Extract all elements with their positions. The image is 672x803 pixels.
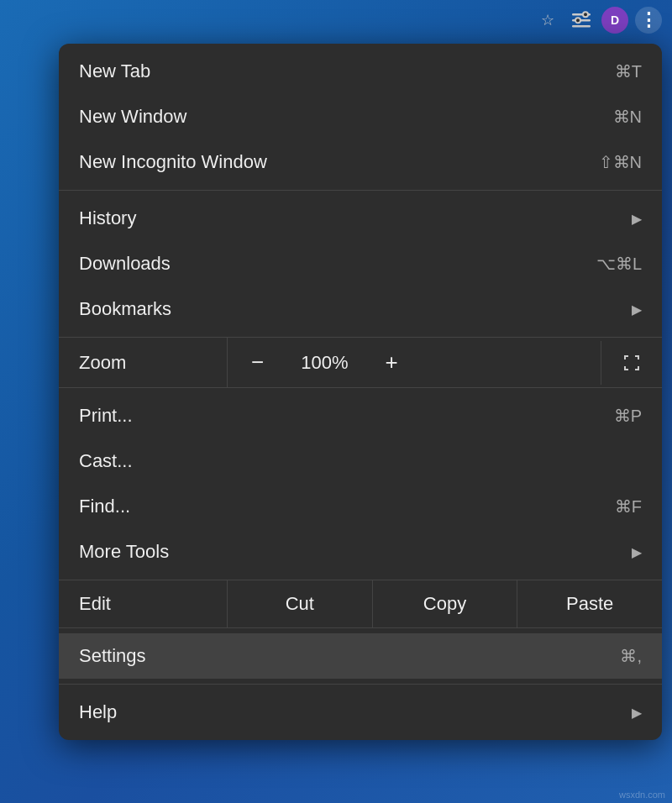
svg-point-4 xyxy=(575,18,580,23)
copy-button[interactable]: Copy xyxy=(373,580,518,627)
menu-section-tools: Print... ⌘P Cast... Find... ⌘F More Tool… xyxy=(59,388,662,580)
svg-point-3 xyxy=(583,12,588,17)
menu-section-edit: Edit Cut Copy Paste xyxy=(59,580,662,628)
menu-item-more-tools[interactable]: More Tools ▶ xyxy=(59,529,662,575)
bookmark-icon[interactable]: ☆ xyxy=(534,7,561,34)
menu-item-new-tab[interactable]: New Tab ⌘T xyxy=(59,49,662,94)
menu-item-new-window[interactable]: New Window ⌘N xyxy=(59,94,662,139)
zoom-controls: − 100% + xyxy=(227,338,601,387)
menu-section-nav: History ▶ Downloads ⌥⌘L Bookmarks ▶ xyxy=(59,191,662,338)
menu-section-help: Help ▶ xyxy=(59,685,662,740)
menu-section-new: New Tab ⌘T New Window ⌘N New Incognito W… xyxy=(59,44,662,191)
cut-button[interactable]: Cut xyxy=(228,580,373,627)
profile-icon[interactable]: D xyxy=(601,7,628,34)
menu-item-cast[interactable]: Cast... xyxy=(59,438,662,484)
menu-item-help[interactable]: Help ▶ xyxy=(59,690,662,735)
zoom-minus-button[interactable]: − xyxy=(228,338,287,387)
extensions-icon[interactable] xyxy=(568,7,595,34)
more-menu-icon[interactable]: ⋮ xyxy=(635,7,662,34)
edit-actions: Cut Copy Paste xyxy=(227,580,662,627)
paste-button[interactable]: Paste xyxy=(517,580,662,627)
zoom-value: 100% xyxy=(287,340,361,386)
menu-item-downloads[interactable]: Downloads ⌥⌘L xyxy=(59,241,662,286)
menu-section-zoom: Zoom − 100% + xyxy=(59,338,662,388)
menu-item-history[interactable]: History ▶ xyxy=(59,196,662,241)
context-menu: New Tab ⌘T New Window ⌘N New Incognito W… xyxy=(59,44,662,740)
watermark: wsxdn.com xyxy=(619,790,665,800)
zoom-plus-button[interactable]: + xyxy=(361,338,421,387)
menu-item-bookmarks[interactable]: Bookmarks ▶ xyxy=(59,286,662,332)
menu-item-new-incognito[interactable]: New Incognito Window ⇧⌘N xyxy=(59,139,662,185)
menu-section-settings: Settings ⌘, xyxy=(59,628,662,685)
svg-rect-2 xyxy=(572,25,591,28)
menu-item-find[interactable]: Find... ⌘F xyxy=(59,484,662,529)
zoom-fullscreen-button[interactable] xyxy=(601,341,662,385)
browser-toolbar: ☆ D ⋮ xyxy=(524,0,672,40)
menu-item-print[interactable]: Print... ⌘P xyxy=(59,393,662,438)
menu-item-settings[interactable]: Settings ⌘, xyxy=(59,633,662,679)
